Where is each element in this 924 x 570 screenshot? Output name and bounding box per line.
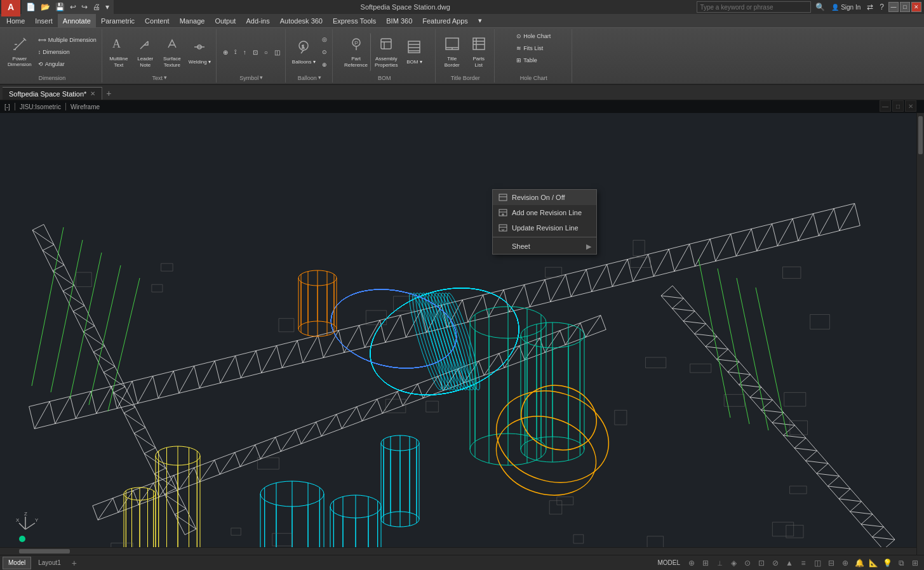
status-annotmon-icon[interactable]: 🔔 — [853, 557, 866, 569]
ribbon-btn-sym2[interactable]: ⟟ — [232, 46, 239, 58]
balloon-group-dropdown[interactable]: ▾ — [318, 74, 321, 81]
ribbon-btn-welding[interactable]: Welding ▾ — [186, 33, 213, 71]
ribbon-btn-parts-list[interactable]: PartsList — [466, 33, 492, 71]
ribbon-btn-balloon-small2[interactable]: ⊙ — [319, 46, 330, 58]
qa-undo[interactable]: ↩ — [68, 2, 78, 12]
ribbon-btn-sym4[interactable]: ⊡ — [250, 46, 260, 58]
menu-output[interactable]: Output — [210, 14, 241, 28]
status-ortho-icon[interactable]: ⟂ — [713, 557, 726, 569]
menu-home[interactable]: Home — [1, 14, 30, 28]
ribbon-btn-balloons[interactable]: 1 Balloons ▾ — [290, 33, 318, 71]
maximize-btn[interactable]: □ — [900, 2, 910, 12]
vertical-scrollbar[interactable] — [916, 113, 924, 555]
status-wspace-icon[interactable]: ⊞ — [909, 557, 921, 569]
status-ducs-icon[interactable]: ⊘ — [769, 557, 782, 569]
menu-autodesk360[interactable]: Autodesk 360 — [275, 14, 328, 28]
ribbon-btn-bom[interactable]: BOM ▾ — [401, 33, 427, 71]
ribbon-btn-leader-note[interactable]: LeaderNote — [133, 33, 158, 71]
status-grid-icon[interactable]: ⊞ — [699, 557, 712, 569]
menu-bim360[interactable]: BIM 360 — [381, 14, 417, 28]
status-snap-icon[interactable]: ⊕ — [685, 557, 698, 569]
status-units-icon[interactable]: 📐 — [867, 557, 880, 569]
ribbon-btn-dim2[interactable]: ↕ Dimension — [36, 46, 99, 58]
ribbon-btn-surface-texture[interactable]: SurfaceTexture — [159, 33, 185, 71]
status-osnap-icon[interactable]: ⊙ — [741, 557, 754, 569]
status-sel-icon[interactable]: ⊟ — [825, 557, 838, 569]
status-dyn-icon[interactable]: ▲ — [783, 557, 796, 569]
menu-featuredapps[interactable]: Featured Apps — [417, 14, 473, 28]
status-gizmo-icon[interactable]: ⊕ — [839, 557, 852, 569]
menu-addins[interactable]: Add-ins — [241, 14, 274, 28]
ribbon-btn-title-border[interactable]: TitleBorder — [439, 33, 465, 71]
svg-rect-35 — [499, 194, 507, 201]
ribbon-btn-table[interactable]: ⊞ Table — [514, 55, 540, 66]
qa-open[interactable]: 📂 — [39, 2, 52, 12]
qa-new[interactable]: 📄 — [24, 2, 37, 12]
qa-redo[interactable]: ↪ — [79, 2, 90, 12]
ribbon-btn-multiple-dimension[interactable]: ⟺ Multiple Dimension — [36, 34, 99, 46]
status-add-layout[interactable]: + — [68, 557, 81, 569]
vt-view-name[interactable]: JISU:Isometric — [18, 103, 63, 110]
ribbon-btn-balloon-small1[interactable]: ◎ — [319, 34, 330, 45]
ribbon-btn-assembly-props[interactable]: AssemblyProperties — [372, 33, 400, 71]
ribbon-btn-dim3[interactable]: ⟲ Angular — [36, 58, 99, 70]
menu-bar: Home Insert Annotate Parametric Content … — [0, 14, 924, 28]
menu-manage[interactable]: Manage — [175, 14, 210, 28]
dropdown-item-revision-on-off[interactable]: Revision On / Off — [493, 190, 596, 205]
tab-bar: Softpedia Space Station* ✕ + — [0, 85, 924, 100]
close-btn[interactable]: ✕ — [911, 2, 921, 12]
search-input[interactable] — [697, 1, 811, 13]
v-scroll-thumb[interactable] — [918, 116, 923, 154]
vt-view-cube[interactable]: [-] — [3, 103, 12, 110]
menu-expresstools[interactable]: Express Tools — [328, 14, 381, 28]
status-polar-icon[interactable]: ◈ — [727, 557, 740, 569]
symbol-group-dropdown[interactable]: ▾ — [260, 74, 263, 81]
menu-parametric[interactable]: Parametric — [96, 14, 140, 28]
dropdown-item-sheet[interactable]: Sheet ▶ — [493, 239, 596, 254]
ribbon-group-dimension-label: Dimension — [39, 74, 66, 81]
menu-more[interactable]: ▾ — [473, 14, 487, 28]
text-group-dropdown[interactable]: ▾ — [164, 74, 167, 81]
help-btn[interactable]: ? — [878, 2, 886, 12]
axis-indicator: X Y Z — [13, 510, 38, 542]
qa-dropdown[interactable]: ▾ — [104, 2, 111, 12]
ribbon-btn-sym5[interactable]: ○ — [262, 46, 271, 58]
ribbon-btn-sym3[interactable]: ↑ — [241, 46, 249, 58]
signin-btn[interactable]: 👤 Sign In — [829, 3, 862, 11]
qa-plot[interactable]: 🖨 — [91, 2, 102, 12]
ribbon-btn-multiline-text[interactable]: A MultilineText — [106, 33, 131, 71]
status-isolate-icon[interactable]: 💡 — [881, 557, 894, 569]
multiple-dimension-icon: ⟺ — [38, 37, 46, 43]
ribbon-btn-fits-list[interactable]: ≋ Fits List — [514, 43, 546, 54]
search-options-btn[interactable]: 🔍 — [814, 2, 827, 12]
menu-insert[interactable]: Insert — [30, 14, 58, 28]
menu-content[interactable]: Content — [140, 14, 175, 28]
status-tp-icon[interactable]: ◫ — [811, 557, 824, 569]
tab-add-btn[interactable]: + — [102, 87, 115, 100]
status-tab-model[interactable]: Model — [3, 557, 31, 569]
tab-close-btn[interactable]: ✕ — [90, 90, 95, 97]
ribbon-btn-balloon-small3[interactable]: ⊕ — [319, 59, 330, 70]
status-lw-icon[interactable]: ≡ — [797, 557, 810, 569]
ribbon-btn-hole-chart[interactable]: ⊙ Hole Chart — [514, 30, 553, 42]
window-controls: — □ ✕ — [886, 2, 924, 12]
h-scroll-thumb[interactable] — [19, 549, 70, 553]
minimize-btn[interactable]: — — [888, 2, 899, 12]
ribbon-btn-part-reference[interactable]: P PartReference — [342, 33, 371, 71]
balloons-icon: 1 — [296, 39, 311, 58]
status-otrack-icon[interactable]: ⊡ — [755, 557, 768, 569]
menu-annotate[interactable]: Annotate — [58, 14, 96, 28]
dropdown-item-update-revision[interactable]: Update Revision Line — [493, 220, 596, 235]
status-tab-layout1[interactable]: Layout1 — [32, 557, 67, 569]
ribbon-btn-power-dimension[interactable]: PowerDimension — [5, 33, 34, 71]
ribbon-btn-sym6[interactable]: ◫ — [272, 46, 283, 58]
status-ui-icon[interactable]: ⧉ — [895, 557, 907, 569]
qa-save[interactable]: 💾 — [53, 2, 67, 12]
horizontal-scrollbar[interactable] — [0, 547, 916, 555]
dropdown-item-add-revision[interactable]: Add one Revision Line — [493, 205, 596, 220]
exchange-btn[interactable]: ⇄ — [865, 2, 875, 12]
leader-note-icon — [138, 36, 153, 55]
drawing-tab-main[interactable]: Softpedia Space Station* ✕ — [3, 87, 102, 100]
vt-visual-style[interactable]: Wireframe — [69, 103, 102, 110]
ribbon-btn-sym1[interactable]: ⊕ — [220, 46, 231, 58]
